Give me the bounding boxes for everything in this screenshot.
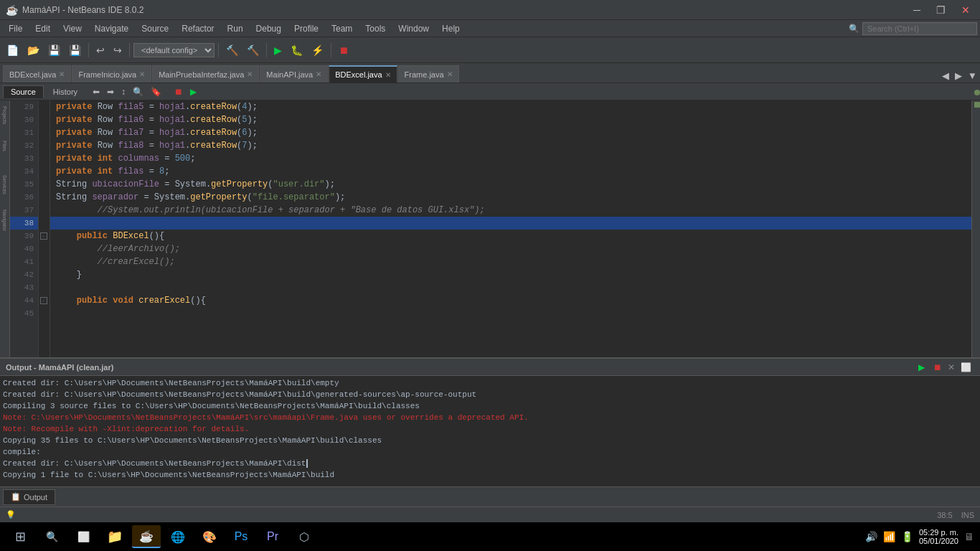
line-num-41: 41 xyxy=(10,255,38,268)
output-close-button[interactable]: ✕ xyxy=(948,362,955,373)
sidebar-navigator-button[interactable]: Navigator xyxy=(1,209,9,238)
tab-prev-button[interactable]: ◀ xyxy=(939,69,952,83)
menu-team[interactable]: Team xyxy=(326,22,358,35)
line-num-38: 38 xyxy=(10,217,38,230)
tab-close-icon[interactable]: ✕ xyxy=(139,70,145,78)
save-all-button[interactable]: 💾 xyxy=(65,42,85,58)
taskbar-premiere[interactable]: Pr xyxy=(258,525,287,548)
sh-toggle-button[interactable]: ↕ xyxy=(118,86,128,98)
tab-mainapi[interactable]: MainAPI.java ✕ xyxy=(260,65,328,83)
tab-bdexcel-1[interactable]: BDExcel.java ✕ xyxy=(3,65,71,83)
output-tab[interactable]: 📋 Output xyxy=(3,489,55,505)
build-button[interactable]: 🔨 xyxy=(222,42,242,58)
line-num-36: 36 xyxy=(10,191,38,204)
code-line-29: private Row fila5 = hoja1.createRow(4); xyxy=(50,100,971,113)
minimize-button[interactable]: ─ xyxy=(909,3,925,17)
code-line-43 xyxy=(50,281,971,294)
bottom-tabs-bar: 📋 Output xyxy=(0,486,980,507)
output-run-button[interactable]: ▶ xyxy=(915,362,928,373)
maximize-button[interactable]: ❐ xyxy=(932,3,950,17)
tab-bdexcel-2[interactable]: BDExcel.java ✕ xyxy=(329,65,397,83)
windows-start-button[interactable]: ⊞ xyxy=(6,525,34,548)
line-num-33: 33 xyxy=(10,152,38,165)
tab-label: BDExcel.java xyxy=(335,70,382,79)
line-num-35: 35 xyxy=(10,178,38,191)
sidebar-files-button[interactable]: Files xyxy=(1,141,9,169)
taskbar-app-5[interactable]: 🎨 xyxy=(195,525,224,548)
menu-debug[interactable]: Debug xyxy=(250,22,287,35)
open-button[interactable]: 📂 xyxy=(24,42,43,58)
profile-button[interactable]: ⚡ xyxy=(308,42,327,58)
menu-navigate[interactable]: Navigate xyxy=(89,22,134,35)
fold-icon-44[interactable]: - xyxy=(40,297,47,304)
run-button[interactable]: ▶ xyxy=(270,42,286,58)
config-select[interactable]: <default config> xyxy=(133,43,215,57)
source-tab[interactable]: Source xyxy=(3,85,44,98)
redo-button[interactable]: ↪ xyxy=(110,42,126,58)
tab-label: MainPruebaInterfaz.java xyxy=(159,70,244,79)
line-num-37: 37 xyxy=(10,204,38,217)
sh-back-button[interactable]: ⬅ xyxy=(90,86,103,98)
undo-button[interactable]: ↩ xyxy=(93,42,108,58)
menu-view[interactable]: View xyxy=(57,22,88,35)
history-tab[interactable]: History xyxy=(45,85,85,98)
sh-stop-button[interactable]: ⏹ xyxy=(171,86,186,98)
line-num-32: 32 xyxy=(10,139,38,152)
tab-next-button[interactable]: ▶ xyxy=(952,69,965,83)
close-button[interactable]: ✕ xyxy=(957,3,974,17)
output-line-1: Created dir: C:\Users\HP\Documents\NetBe… xyxy=(3,377,977,389)
tab-close-icon[interactable]: ✕ xyxy=(59,70,65,78)
tab-close-icon[interactable]: ✕ xyxy=(247,70,253,78)
tab-mainprueba[interactable]: MainPruebaInterfaz.java ✕ xyxy=(152,65,259,83)
sh-find-button[interactable]: 🔍 xyxy=(130,86,146,98)
output-stop-button[interactable]: ⏹ xyxy=(930,362,945,373)
taskbar-photoshop[interactable]: Ps xyxy=(227,525,255,548)
tab-close-icon[interactable]: ✕ xyxy=(447,70,453,78)
menu-window[interactable]: Window xyxy=(392,22,435,35)
menu-edit[interactable]: Edit xyxy=(29,22,56,35)
output-line-7: compile: xyxy=(3,446,977,458)
taskbar-chrome[interactable]: 🌐 xyxy=(164,525,192,548)
stop-button[interactable]: ⏹ xyxy=(335,42,352,58)
code-line-45 xyxy=(50,307,971,320)
output-line-3: Compiling 3 source files to C:\Users\HP\… xyxy=(3,400,977,412)
sidebar-services-button[interactable]: Services xyxy=(1,175,9,204)
taskbar-file-manager[interactable]: 📁 xyxy=(100,525,129,548)
output-maximize-button[interactable]: ⬜ xyxy=(958,362,974,373)
editor-scrollbar[interactable] xyxy=(971,100,980,357)
tab-close-icon[interactable]: ✕ xyxy=(385,71,391,79)
menu-refactor[interactable]: Refactor xyxy=(176,22,220,35)
menu-help[interactable]: Help xyxy=(436,22,466,35)
code-line-44: public void crearExcel(){ xyxy=(50,294,971,307)
clean-build-button[interactable]: 🔨 xyxy=(243,42,263,58)
tab-dropdown-button[interactable]: ▼ xyxy=(965,69,980,83)
menu-run[interactable]: Run xyxy=(222,22,249,35)
sidebar-projects-button[interactable]: Projects xyxy=(1,106,9,135)
menu-source[interactable]: Source xyxy=(136,22,174,35)
line-num-34: 34 xyxy=(10,165,38,178)
taskbar-unity[interactable]: ⬡ xyxy=(290,525,319,548)
sh-forward-button[interactable]: ➡ xyxy=(104,86,117,98)
sh-bookmark-button[interactable]: 🔖 xyxy=(148,86,164,98)
title-bar: ☕ MamáAPI - NetBeans IDE 8.0.2 ─ ❐ ✕ xyxy=(0,0,980,20)
taskbar-search-button[interactable]: 🔍 xyxy=(37,525,66,548)
tab-frameinicio[interactable]: FrameInicio.java ✕ xyxy=(72,65,151,83)
menu-tools[interactable]: Tools xyxy=(359,22,391,35)
line-num-45: 45 xyxy=(10,307,38,320)
tab-close-icon[interactable]: ✕ xyxy=(316,70,321,78)
new-button[interactable]: 📄 xyxy=(3,42,22,58)
tabs-bar: BDExcel.java ✕ FrameInicio.java ✕ MainPr… xyxy=(0,63,980,83)
search-input[interactable] xyxy=(862,22,977,35)
taskbar-taskview-button[interactable]: ⬜ xyxy=(69,525,98,548)
taskbar-netbeans[interactable]: ☕ xyxy=(132,525,161,548)
save-button[interactable]: 💾 xyxy=(44,42,64,58)
code-editor[interactable]: private Row fila5 = hoja1.createRow(4); … xyxy=(50,100,971,357)
menu-profile[interactable]: Profile xyxy=(288,22,324,35)
tab-label: FrameInicio.java xyxy=(78,70,136,79)
sh-run-button[interactable]: ▶ xyxy=(187,86,199,98)
tab-frame[interactable]: Frame.java ✕ xyxy=(398,65,459,83)
menu-file[interactable]: File xyxy=(3,22,28,35)
output-line-9: Copying 1 file to C:\Users\HP\Documents\… xyxy=(3,469,977,481)
fold-icon-39[interactable]: - xyxy=(40,232,47,240)
debug-button[interactable]: 🐛 xyxy=(287,42,306,58)
